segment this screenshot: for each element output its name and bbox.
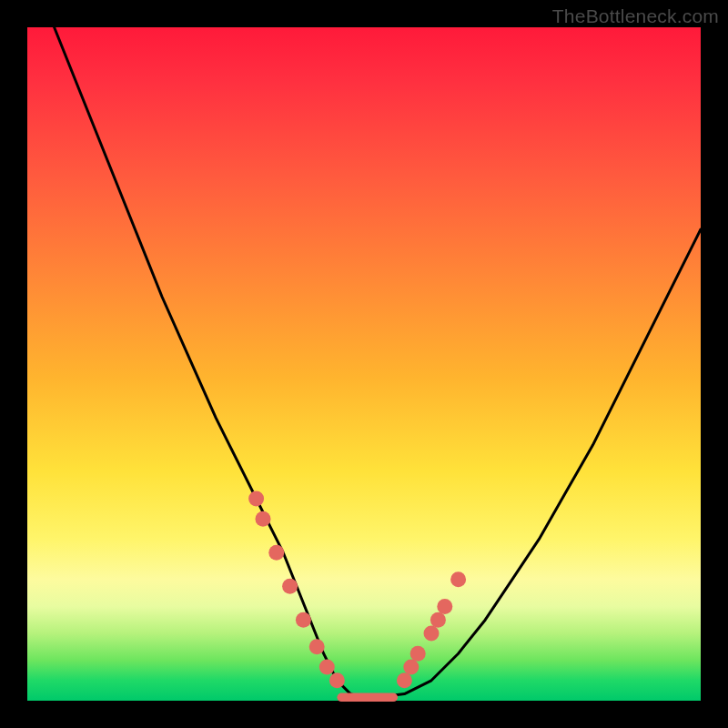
bottom-band-rect — [337, 693, 398, 703]
plot-svg — [27, 27, 701, 701]
marker-dot — [397, 672, 412, 688]
bottom-band — [337, 693, 398, 703]
marker-dots — [248, 491, 466, 689]
bottleneck-curve — [55, 27, 701, 697]
marker-dot — [424, 626, 440, 642]
chart-frame: TheBottleneck.com — [0, 0, 728, 728]
marker-dot — [450, 571, 466, 587]
marker-dot — [309, 639, 325, 654]
watermark-text: TheBottleneck.com — [552, 5, 719, 27]
plot-area — [27, 27, 701, 701]
curve-layer — [55, 27, 701, 697]
marker-dot — [403, 660, 419, 675]
marker-dot — [319, 660, 335, 675]
marker-dot — [282, 579, 298, 594]
marker-dot — [248, 491, 264, 507]
marker-dot — [296, 612, 311, 628]
marker-dot — [430, 612, 446, 628]
marker-dot — [410, 646, 426, 662]
marker-dot — [329, 672, 345, 688]
marker-dot — [256, 511, 271, 527]
marker-dot — [437, 599, 452, 614]
marker-dot — [268, 545, 284, 561]
